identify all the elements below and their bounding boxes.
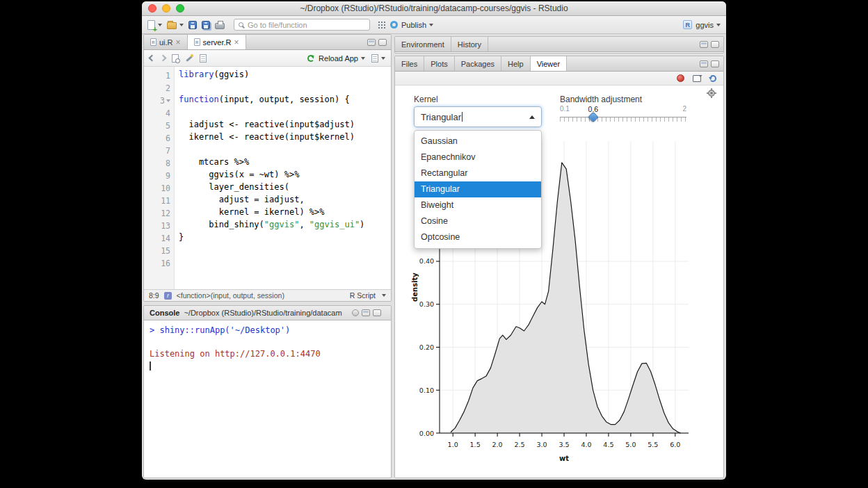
kernel-select[interactable]: Triangular: [414, 106, 542, 127]
console-line: > shiny::runApp('~/Desktop'): [150, 325, 385, 337]
viewer-pane: FilesPlotsPackagesHelpViewer Kernel Tria…: [394, 56, 724, 478]
goto-file-input[interactable]: [246, 20, 365, 30]
save-button[interactable]: [188, 21, 197, 29]
tab-label: ui.R: [159, 38, 173, 47]
chevron-down-icon: [716, 24, 721, 26]
dropdown-option-gaussian[interactable]: Gaussian: [415, 133, 541, 149]
svg-text:0.00: 0.00: [419, 430, 434, 437]
compile-report-icon[interactable]: [200, 54, 207, 63]
bandwidth-slider[interactable]: 0.1 0.6 2: [560, 105, 686, 131]
fold-arrow-icon[interactable]: [166, 99, 170, 102]
chevron-down-icon: [381, 57, 385, 60]
maximize-pane-icon[interactable]: [373, 309, 381, 316]
maximize-pane-icon[interactable]: [378, 39, 387, 46]
line-number: 10: [144, 182, 174, 195]
close-icon[interactable]: [176, 39, 181, 46]
code-editor[interactable]: 12345678910111213141516 library(ggvis) f…: [144, 67, 391, 291]
dropdown-option-cosine[interactable]: Cosine: [415, 213, 541, 229]
gear-icon[interactable]: [707, 88, 716, 98]
code-line: mtcars %>%: [179, 157, 391, 170]
tab-ui-r[interactable]: ui.R: [144, 35, 188, 49]
line-number: 11: [144, 195, 174, 207]
close-icon[interactable]: [234, 39, 239, 46]
maximize-pane-icon[interactable]: [711, 41, 719, 48]
stop-app-icon[interactable]: [677, 74, 684, 82]
minimize-pane-icon[interactable]: [362, 309, 370, 316]
dropdown-option-rectangular[interactable]: Rectangular: [415, 165, 541, 181]
open-in-new-window-icon[interactable]: [693, 75, 701, 82]
addins-icon[interactable]: [378, 21, 385, 29]
line-number: 4: [144, 107, 174, 120]
file-icon: [194, 38, 200, 46]
line-number: 16: [144, 257, 174, 270]
viewer-tabs: FilesPlotsPackagesHelpViewer: [395, 56, 567, 71]
save-all-icon: [202, 21, 210, 29]
back-icon[interactable]: [149, 55, 156, 62]
dropdown-option-triangular[interactable]: Triangular: [415, 181, 541, 197]
tab-plots[interactable]: Plots: [424, 56, 454, 71]
file-icon: [150, 38, 156, 46]
minimize-window-button[interactable]: [162, 4, 170, 13]
tab-packages[interactable]: Packages: [455, 56, 501, 71]
console-title[interactable]: Console: [150, 309, 179, 317]
forward-icon[interactable]: [160, 55, 167, 62]
line-number: 2: [144, 82, 174, 95]
chevron-up-icon: [529, 115, 535, 119]
code-tools-icon[interactable]: [185, 54, 193, 63]
maximize-pane-icon[interactable]: [711, 60, 719, 67]
search-icon: [239, 22, 243, 27]
minimize-pane-icon[interactable]: [700, 60, 708, 67]
find-replace-icon[interactable]: [172, 54, 179, 63]
svg-text:3.0: 3.0: [536, 441, 547, 448]
open-file-button[interactable]: [167, 20, 184, 29]
line-number: 6: [144, 132, 174, 145]
function-scope-icon: [164, 292, 172, 300]
slider-track[interactable]: [560, 117, 686, 122]
console-output[interactable]: > shiny::runApp('~/Desktop') Listening o…: [144, 320, 391, 377]
svg-text:0.40: 0.40: [419, 257, 434, 265]
kernel-dropdown: GaussianEpanechnikovRectangularTriangula…: [414, 130, 542, 249]
code-line: [179, 82, 391, 95]
new-file-button[interactable]: [147, 20, 162, 30]
refresh-icon[interactable]: [709, 75, 716, 82]
tab-server-r[interactable]: server.R: [188, 35, 246, 49]
file-type-label[interactable]: R Script: [350, 291, 376, 300]
close-window-button[interactable]: [148, 4, 156, 13]
console-line: [150, 337, 385, 349]
run-options-button[interactable]: [371, 54, 385, 63]
publish-button[interactable]: Publish: [390, 21, 433, 29]
tab-viewer[interactable]: Viewer: [531, 56, 567, 71]
console-prompt-line[interactable]: [150, 361, 385, 373]
svg-text:2.5: 2.5: [515, 441, 525, 448]
svg-text:0.10: 0.10: [419, 387, 434, 394]
reload-app-button[interactable]: Reload App: [307, 54, 365, 63]
tab-label: Files: [401, 60, 417, 68]
project-menu-button[interactable]: ggvis: [683, 20, 721, 29]
code-line: iadjust <- reactive(input$adjust): [179, 120, 391, 132]
dropdown-option-epanechnikov[interactable]: Epanechnikov: [415, 149, 541, 165]
project-label: ggvis: [696, 21, 714, 29]
svg-text:4.5: 4.5: [603, 441, 613, 448]
bandwidth-label: Bandwidth adjustment: [560, 95, 642, 104]
dropdown-option-biweight[interactable]: Biweight: [415, 197, 541, 213]
tab-help[interactable]: Help: [501, 56, 531, 71]
scope-breadcrumb[interactable]: <function>(input, output, session): [177, 291, 284, 300]
tab-files[interactable]: Files: [395, 56, 424, 71]
editor-toolbar: Reload App: [144, 50, 391, 67]
console-icon[interactable]: [352, 309, 359, 316]
save-all-button[interactable]: [202, 21, 210, 29]
line-number: 15: [144, 245, 174, 257]
tab-history[interactable]: History: [451, 37, 488, 51]
print-button[interactable]: [215, 20, 225, 29]
svg-text:6.0: 6.0: [670, 441, 680, 448]
code-line: }: [179, 232, 391, 245]
minimize-pane-icon[interactable]: [700, 41, 708, 48]
publish-icon: [390, 21, 398, 29]
zoom-window-button[interactable]: [176, 4, 184, 13]
dropdown-option-optcosine[interactable]: Optcosine: [415, 229, 541, 245]
project-icon: [683, 20, 692, 29]
tab-environment[interactable]: Environment: [395, 37, 451, 51]
code-line: [179, 107, 391, 120]
text-cursor: [462, 112, 463, 122]
minimize-pane-icon[interactable]: [367, 39, 376, 46]
